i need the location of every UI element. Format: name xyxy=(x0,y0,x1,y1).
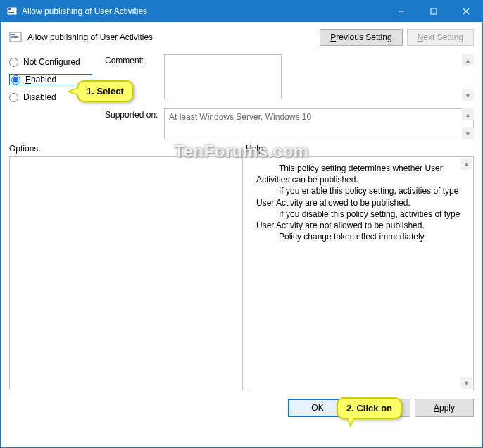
window-title: Allow publishing of User Activities xyxy=(22,6,385,16)
scroll-down-icon[interactable]: ▼ xyxy=(462,89,474,101)
radio-disabled-input[interactable] xyxy=(9,93,18,102)
minimize-button[interactable] xyxy=(385,1,418,22)
annotation-callout-1: 1. Select xyxy=(77,80,134,102)
help-text: This policy setting determines whether U… xyxy=(256,163,466,185)
svg-rect-5 xyxy=(431,8,437,14)
supported-on-field: At least Windows Server, Windows 10 xyxy=(164,108,474,139)
help-label: Help: xyxy=(246,144,265,154)
supported-on-label: Supported on: xyxy=(105,108,160,139)
scroll-up-icon[interactable]: ▲ xyxy=(462,54,474,66)
titlebar: Allow publishing of User Activities xyxy=(1,1,482,22)
radio-enabled-input[interactable] xyxy=(11,75,20,85)
dialog-footer: OK Cancel Apply xyxy=(9,399,474,417)
svg-rect-1 xyxy=(8,8,11,10)
options-panel xyxy=(9,156,243,390)
apply-button[interactable]: Apply xyxy=(415,399,474,417)
svg-rect-2 xyxy=(8,11,14,11)
svg-rect-3 xyxy=(8,12,14,13)
options-label: Options: xyxy=(9,144,246,154)
previous-setting-button[interactable]: Previous Setting xyxy=(320,29,402,46)
scroll-up-icon[interactable]: ▲ xyxy=(462,108,474,120)
radio-not-configured-input[interactable] xyxy=(9,58,18,67)
policy-icon xyxy=(9,31,22,44)
window-controls xyxy=(385,1,482,22)
svg-rect-8 xyxy=(10,32,21,42)
scroll-down-icon[interactable]: ▼ xyxy=(460,377,472,389)
annotation-callout-2: 2. Click on xyxy=(337,397,402,419)
svg-rect-9 xyxy=(11,34,15,35)
scroll-up-icon[interactable]: ▲ xyxy=(460,158,472,170)
radio-not-configured[interactable]: Not Configured xyxy=(9,57,92,67)
close-button[interactable] xyxy=(450,1,482,22)
help-text: If you disable this policy setting, acti… xyxy=(256,209,466,231)
app-icon xyxy=(6,6,18,17)
help-panel: This policy setting determines whether U… xyxy=(249,156,474,390)
help-text: Policy change takes effect immediately. xyxy=(256,231,466,242)
maximize-button[interactable] xyxy=(418,1,450,22)
header: Allow publishing of User Activities Prev… xyxy=(9,29,474,46)
svg-rect-11 xyxy=(11,37,18,38)
svg-rect-10 xyxy=(11,36,18,37)
page-title: Allow publishing of User Activities xyxy=(27,32,153,42)
svg-rect-12 xyxy=(11,39,16,39)
scroll-down-icon[interactable]: ▼ xyxy=(462,127,474,139)
help-text: If you enable this policy setting, activ… xyxy=(256,185,466,208)
next-setting-button[interactable]: Next Setting xyxy=(407,29,474,46)
comment-textarea[interactable] xyxy=(164,54,282,99)
